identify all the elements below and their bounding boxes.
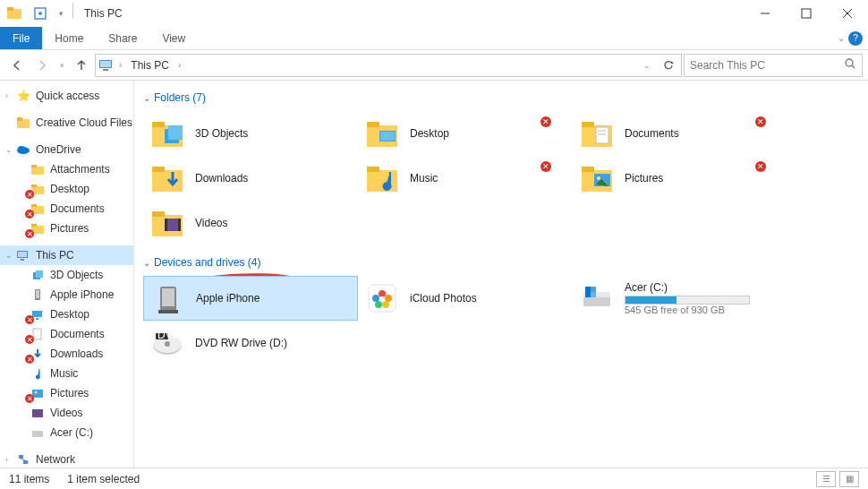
svg-rect-39 xyxy=(19,455,23,459)
maximize-button[interactable] xyxy=(786,0,827,27)
svg-rect-45 xyxy=(168,125,183,140)
error-badge-icon: ✕ xyxy=(540,116,551,127)
breadcrumb[interactable]: This PC xyxy=(125,59,174,72)
chevron-icon[interactable]: › xyxy=(178,60,181,70)
svg-point-3 xyxy=(38,12,42,15)
svg-rect-37 xyxy=(32,409,43,417)
svg-rect-60 xyxy=(582,167,594,172)
pc-icon xyxy=(98,57,115,73)
sidebar-item-label: Attachments xyxy=(50,163,110,176)
minimize-button[interactable] xyxy=(745,0,786,27)
sidebar-item[interactable]: 3D Objects xyxy=(0,265,133,285)
svg-rect-51 xyxy=(582,122,594,127)
sidebar-item-label: Pictures xyxy=(50,387,89,399)
recent-locations-button[interactable]: ▾ xyxy=(55,54,68,77)
group-devices-header[interactable]: ⌄Devices and drives (4) xyxy=(143,256,859,269)
sidebar-item[interactable]: Pictures✕ xyxy=(0,383,133,403)
svg-rect-66 xyxy=(165,219,167,231)
close-button[interactable] xyxy=(827,0,868,27)
sidebar-item[interactable]: Music xyxy=(0,364,133,383)
sidebar-item[interactable]: Acer (C:) xyxy=(0,423,133,442)
refresh-button[interactable] xyxy=(658,59,679,72)
chevron-icon[interactable]: › xyxy=(119,60,122,70)
sidebar-this-pc[interactable]: ⌄This PC xyxy=(0,245,133,265)
folder-tile[interactable]: Documents✕ xyxy=(573,111,787,156)
sidebar-item[interactable]: Pictures✕ xyxy=(0,219,133,238)
tab-view[interactable]: View xyxy=(149,27,198,49)
sidebar-onedrive[interactable]: ⌄OneDrive xyxy=(0,140,133,159)
sidebar-item[interactable]: Attachments xyxy=(0,159,133,179)
sidebar-quick-access[interactable]: ›⭐Quick access xyxy=(0,86,133,106)
sidebar-item[interactable]: Documents✕ xyxy=(0,324,133,344)
svg-rect-58 xyxy=(367,167,379,172)
item-icon xyxy=(30,287,45,302)
sidebar-item[interactable]: Documents✕ xyxy=(0,199,133,219)
sidebar-item[interactable]: Desktop✕ xyxy=(0,305,133,324)
svg-rect-18 xyxy=(31,165,37,167)
folder-tile[interactable]: Music✕ xyxy=(358,156,573,201)
status-items: 11 items xyxy=(9,473,49,485)
device-tile[interactable]: DVDDVD RW Drive (D:) xyxy=(143,321,358,365)
device-tile[interactable]: Apple iPhone xyxy=(143,276,358,321)
sidebar-creative-cloud[interactable]: Creative Cloud Files xyxy=(0,113,133,133)
group-folders-header[interactable]: ⌄Folders (7) xyxy=(143,91,859,104)
folder-tile[interactable]: Desktop✕ xyxy=(358,111,573,156)
error-badge-icon: ✕ xyxy=(755,116,766,127)
status-selected: 1 item selected xyxy=(67,473,140,485)
network-icon xyxy=(16,452,30,467)
tile-label: Music xyxy=(410,172,438,184)
view-tiles-button[interactable]: ▦ xyxy=(839,471,859,487)
folder-tile[interactable]: 3D Objects xyxy=(143,111,358,156)
error-badge-icon: ✕ xyxy=(25,210,34,219)
view-details-button[interactable]: ☰ xyxy=(816,471,836,487)
svg-rect-43 xyxy=(152,122,165,127)
svg-rect-49 xyxy=(380,132,395,141)
search-icon xyxy=(844,57,856,73)
device-tile[interactable]: iCloud Photos xyxy=(358,276,573,321)
tab-home[interactable]: Home xyxy=(42,27,96,49)
sidebar-item[interactable]: Downloads✕ xyxy=(0,344,133,364)
address-bar[interactable]: › This PC › ⌄ xyxy=(95,54,682,77)
up-button[interactable] xyxy=(70,54,93,77)
sidebar-item[interactable]: Apple iPhone xyxy=(0,285,133,305)
svg-rect-9 xyxy=(100,61,111,67)
folder-tile[interactable]: Pictures✕ xyxy=(573,156,787,201)
tile-label: Pictures xyxy=(625,172,663,184)
tab-share[interactable]: Share xyxy=(96,27,149,49)
svg-rect-40 xyxy=(23,460,28,464)
sidebar-network[interactable]: ›Network xyxy=(0,450,133,468)
svg-rect-38 xyxy=(32,431,43,437)
error-badge-icon: ✕ xyxy=(25,394,34,403)
svg-rect-17 xyxy=(31,167,44,175)
svg-point-75 xyxy=(375,301,382,308)
sidebar-item[interactable]: Desktop✕ xyxy=(0,179,133,199)
device-tile[interactable]: Acer (C:)545 GB free of 930 GB xyxy=(573,276,787,321)
folder-icon xyxy=(149,161,186,195)
error-badge-icon: ✕ xyxy=(540,161,551,172)
svg-rect-20 xyxy=(31,184,37,187)
tile-label: Videos xyxy=(195,217,227,229)
error-badge-icon: ✕ xyxy=(25,315,34,324)
device-icon xyxy=(578,281,616,315)
folder-tile[interactable]: Downloads xyxy=(143,156,358,201)
folder-tile[interactable]: Videos xyxy=(143,201,358,245)
svg-rect-57 xyxy=(367,170,397,192)
search-input[interactable]: Search This PC xyxy=(684,54,863,77)
qa-properties-icon[interactable] xyxy=(28,3,53,24)
item-icon xyxy=(30,406,45,420)
item-icon xyxy=(30,268,45,282)
sidebar-item[interactable]: Videos xyxy=(0,403,133,423)
tile-label: DVD RW Drive (D:) xyxy=(195,337,287,349)
item-icon xyxy=(30,425,45,440)
ribbon-collapse-icon[interactable]: ⌄ xyxy=(838,33,845,43)
sidebar: ›⭐Quick access Creative Cloud Files ⌄One… xyxy=(0,81,134,468)
tab-file[interactable]: File xyxy=(0,27,42,49)
address-dropdown-icon[interactable]: ⌄ xyxy=(640,61,654,70)
back-button[interactable] xyxy=(5,54,29,77)
qa-dropdown-icon[interactable]: ▾ xyxy=(54,3,68,24)
forward-button[interactable] xyxy=(30,54,54,77)
sidebar-item-label: Desktop xyxy=(50,308,89,321)
svg-rect-32 xyxy=(32,311,42,317)
explorer-icon xyxy=(2,3,27,24)
help-icon[interactable]: ? xyxy=(848,31,863,46)
